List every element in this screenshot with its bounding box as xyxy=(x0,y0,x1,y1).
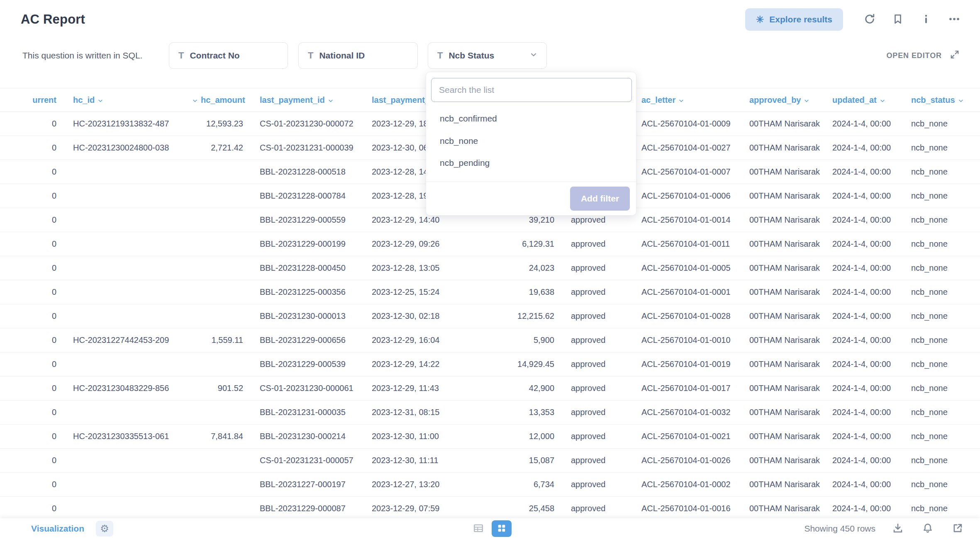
table-cell[interactable]: approved xyxy=(564,401,635,425)
table-cell[interactable]: BBL-20231229-000656 xyxy=(253,328,365,352)
table-cell[interactable]: 2024-1-4, 00:00 xyxy=(826,208,904,232)
table-cell[interactable] xyxy=(189,352,253,376)
table-cell[interactable]: 00THAM Narisarak xyxy=(743,449,826,473)
table-cell[interactable]: CS-01-20231230-000061 xyxy=(253,376,365,401)
table-cell[interactable]: 0 xyxy=(0,497,66,519)
table-cell[interactable] xyxy=(66,256,189,280)
table-cell[interactable]: 2023-12-29, 09:26 xyxy=(365,232,448,256)
table-cell[interactable]: ncb_none xyxy=(904,473,980,497)
table-cell[interactable]: 2024-1-4, 00:00 xyxy=(826,280,904,304)
table-cell[interactable]: ncb_none xyxy=(904,184,980,208)
table-cell[interactable]: 2024-1-4, 00:00 xyxy=(826,256,904,280)
info-button[interactable] xyxy=(917,10,935,29)
table-cell[interactable]: 2024-1-4, 00:00 xyxy=(826,328,904,352)
table-cell[interactable]: approved xyxy=(564,376,635,401)
bookmark-button[interactable] xyxy=(889,10,907,29)
column-header-urrent[interactable]: urrent xyxy=(0,88,66,112)
table-cell[interactable]: ACL-25670104-01-0026 xyxy=(635,449,743,473)
table-cell[interactable]: ncb_none xyxy=(904,232,980,256)
column-header-hc-amount[interactable]: hc_amount xyxy=(189,88,253,112)
visualization-button[interactable]: Visualization xyxy=(31,524,84,534)
open-editor-button[interactable]: OPEN EDITOR xyxy=(884,50,962,62)
option-ncb-none[interactable]: ncb_none xyxy=(426,130,636,152)
table-cell[interactable]: 0 xyxy=(0,425,66,449)
table-cell[interactable]: ACL-25670104-01-0005 xyxy=(635,256,743,280)
table-cell[interactable]: ncb_none xyxy=(904,497,980,519)
table-cell[interactable]: 2024-1-4, 00:00 xyxy=(826,184,904,208)
table-cell[interactable]: BBL-20231228-000450 xyxy=(253,256,365,280)
table-cell[interactable]: BBL-20231229-000559 xyxy=(253,208,365,232)
table-cell[interactable]: 6,734 xyxy=(448,473,564,497)
table-cell[interactable]: ACL-25670104-01-0019 xyxy=(635,352,743,376)
table-cell[interactable]: 0 xyxy=(0,328,66,352)
table-cell[interactable]: 24,023 xyxy=(448,256,564,280)
table-cell[interactable]: 25,458 xyxy=(448,497,564,519)
filter-national-id[interactable]: T National ID xyxy=(298,42,418,69)
table-cell[interactable]: ncb_none xyxy=(904,352,980,376)
table-cell[interactable]: 00THAM Narisarak xyxy=(743,425,826,449)
table-cell[interactable]: 00THAM Narisarak xyxy=(743,497,826,519)
column-header-last-payment-id[interactable]: last_payment_id xyxy=(253,88,365,112)
table-cell[interactable]: 2023-12-28, 13:05 xyxy=(365,256,448,280)
table-cell[interactable] xyxy=(189,280,253,304)
table-cell[interactable]: HC-20231230483229-856 xyxy=(66,376,189,401)
table-cell[interactable]: 0 xyxy=(0,280,66,304)
table-cell[interactable]: 2023-12-30, 11:11 xyxy=(365,449,448,473)
table-cell[interactable]: 0 xyxy=(0,401,66,425)
table-cell[interactable] xyxy=(189,401,253,425)
table-cell[interactable]: ACL-25670104-01-0028 xyxy=(635,304,743,328)
table-cell[interactable]: 2023-12-30, 02:18 xyxy=(365,304,448,328)
column-header-ncb-status[interactable]: ncb_status xyxy=(904,88,980,112)
table-cell[interactable]: 00THAM Narisarak xyxy=(743,160,826,184)
table-cell[interactable]: ncb_none xyxy=(904,112,980,136)
table-cell[interactable] xyxy=(66,280,189,304)
visualization-settings-button[interactable]: ⚙ xyxy=(96,521,113,537)
table-cell[interactable]: 2024-1-4, 00:00 xyxy=(826,473,904,497)
table-cell[interactable]: 0 xyxy=(0,304,66,328)
table-cell[interactable]: ACL-25670104-01-0014 xyxy=(635,208,743,232)
table-cell[interactable]: ncb_none xyxy=(904,401,980,425)
table-cell[interactable]: 2024-1-4, 00:00 xyxy=(826,425,904,449)
table-cell[interactable]: 00THAM Narisarak xyxy=(743,473,826,497)
filter-contract-no[interactable]: T Contract No xyxy=(169,42,288,69)
table-cell[interactable]: 2023-12-29, 16:04 xyxy=(365,328,448,352)
table-cell[interactable]: 2023-12-30, 11:00 xyxy=(365,425,448,449)
table-cell[interactable] xyxy=(66,401,189,425)
table-cell[interactable]: BBL-20231229-000087 xyxy=(253,497,365,519)
table-cell[interactable]: 1,559.11 xyxy=(189,328,253,352)
table-cell[interactable]: approved xyxy=(564,352,635,376)
table-cell[interactable]: 13,353 xyxy=(448,401,564,425)
column-header-updated-at[interactable]: updated_at xyxy=(826,88,904,112)
table-cell[interactable]: ACL-25670104-01-0009 xyxy=(635,112,743,136)
filter-search-input[interactable] xyxy=(431,78,632,102)
table-cell[interactable]: ACL-25670104-01-0002 xyxy=(635,473,743,497)
table-cell[interactable]: ACL-25670104-01-0001 xyxy=(635,280,743,304)
table-cell[interactable]: ACL-25670104-01-0032 xyxy=(635,401,743,425)
table-cell[interactable]: 2024-1-4, 00:00 xyxy=(826,497,904,519)
table-cell[interactable]: BBL-20231227-000197 xyxy=(253,473,365,497)
table-cell[interactable]: BBL-20231229-000199 xyxy=(253,232,365,256)
table-cell[interactable]: 0 xyxy=(0,184,66,208)
table-cell[interactable]: 15,087 xyxy=(448,449,564,473)
grid-view-toggle[interactable] xyxy=(492,520,512,537)
table-cell[interactable]: 0 xyxy=(0,449,66,473)
table-cell[interactable]: ACL-25670104-01-0017 xyxy=(635,376,743,401)
table-cell[interactable]: BBL-20231230-000214 xyxy=(253,425,365,449)
table-cell[interactable]: 0 xyxy=(0,352,66,376)
table-cell[interactable]: 2023-12-29, 14:22 xyxy=(365,352,448,376)
table-cell[interactable]: ncb_none xyxy=(904,328,980,352)
table-cell[interactable] xyxy=(66,497,189,519)
table-cell[interactable] xyxy=(189,304,253,328)
table-cell[interactable] xyxy=(189,256,253,280)
table-cell[interactable]: 00THAM Narisarak xyxy=(743,352,826,376)
notifications-button[interactable] xyxy=(920,521,935,536)
table-cell[interactable]: CS-01-20231231-000039 xyxy=(253,136,365,160)
table-cell[interactable]: 6,129.31 xyxy=(448,232,564,256)
table-cell[interactable]: 2024-1-4, 00:00 xyxy=(826,136,904,160)
table-cell[interactable]: 5,900 xyxy=(448,328,564,352)
table-cell[interactable]: 0 xyxy=(0,376,66,401)
table-cell[interactable]: HC-20231230335513-061 xyxy=(66,425,189,449)
table-cell[interactable]: 2023-12-27, 13:20 xyxy=(365,473,448,497)
table-cell[interactable]: BBL-20231228-000518 xyxy=(253,160,365,184)
table-cell[interactable]: ncb_none xyxy=(904,136,980,160)
